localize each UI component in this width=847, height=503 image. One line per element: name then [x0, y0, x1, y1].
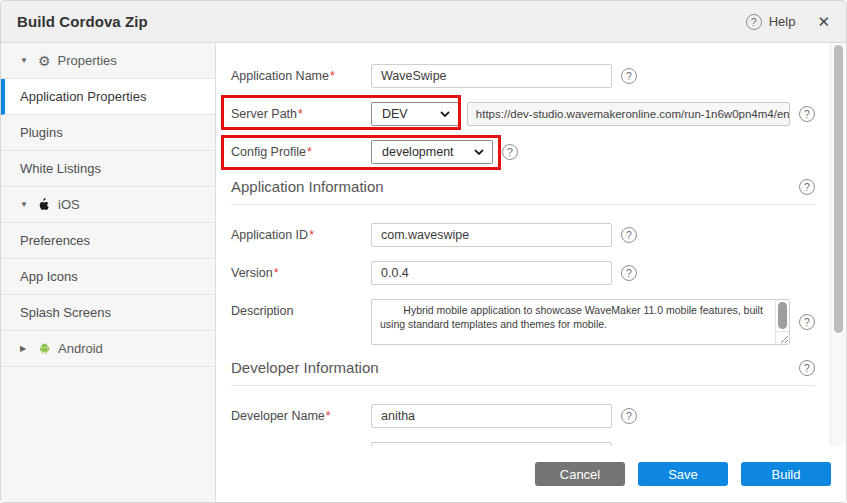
header-actions: ? Help ✕ [746, 14, 830, 30]
dialog-footer: Cancel Save Build [216, 446, 846, 502]
save-button[interactable]: Save [638, 462, 728, 486]
sidebar-group-label: Android [58, 341, 103, 356]
textarea-scrollbar[interactable] [775, 300, 789, 331]
config-profile-label: Config Profile* [231, 145, 371, 159]
description-text: Hybrid mobile application to showcase Wa… [380, 303, 771, 331]
sidebar-item-label: Splash Screens [20, 305, 111, 320]
application-id-label: Application ID* [231, 228, 371, 242]
sidebar-group-label: iOS [58, 197, 80, 212]
gear-icon: ⚙ [38, 54, 51, 68]
help-icon[interactable]: ? [621, 68, 637, 84]
application-name-label: Application Name* [231, 69, 371, 83]
chevron-down-icon [474, 149, 484, 155]
build-button[interactable]: Build [741, 462, 831, 486]
config-profile-select[interactable]: development [371, 140, 493, 164]
description-label: Description [231, 299, 371, 318]
developer-name-label: Developer Name* [231, 409, 371, 423]
form-scroll-area: Application Name* WaveSwipe ? Server Pat… [216, 43, 829, 448]
developer-name-input[interactable]: anitha [371, 404, 612, 428]
apple-icon [38, 198, 51, 211]
cancel-button[interactable]: Cancel [535, 462, 625, 486]
section-title: Developer Information [231, 359, 379, 376]
dialog-header: Build Cordova Zip ? Help ✕ [1, 1, 846, 43]
help-icon[interactable]: ? [502, 144, 518, 160]
sidebar-item-plugins[interactable]: Plugins [1, 115, 215, 151]
server-path-selected-value: DEV [382, 107, 408, 121]
chevron-right-icon: ▶ [20, 344, 30, 353]
sidebar-item-app-icons[interactable]: App Icons [1, 259, 215, 295]
help-icon[interactable]: ? [799, 314, 815, 330]
help-icon[interactable]: ? [621, 227, 637, 243]
sidebar-item-label: Application Properties [20, 89, 146, 104]
chevron-down-icon: ▼ [20, 200, 30, 209]
chevron-down-icon: ▼ [20, 56, 30, 65]
section-developer-information: Developer Information ? [231, 359, 815, 386]
main-panel: Application Name* WaveSwipe ? Server Pat… [216, 43, 846, 502]
resize-handle-icon[interactable] [775, 331, 789, 344]
scrollbar-thumb[interactable] [834, 45, 843, 333]
field-row-server-path: Server Path* DEV https://dev-studio.wave… [231, 102, 815, 126]
server-path-url: https://dev-studio.wavemakeronline.com/r… [467, 102, 790, 126]
help-icon[interactable]: ? [799, 179, 815, 195]
sidebar: ▼ ⚙ Properties Application Properties Pl… [1, 43, 216, 502]
section-title: Application Information [231, 178, 384, 195]
vertical-scrollbar[interactable] [830, 43, 845, 448]
help-icon[interactable]: ? [799, 106, 815, 122]
section-application-information: Application Information ? [231, 178, 815, 205]
android-icon [38, 342, 51, 355]
sidebar-item-white-listings[interactable]: White Listings [1, 151, 215, 187]
description-textarea[interactable]: Hybrid mobile application to showcase Wa… [371, 299, 790, 345]
help-icon[interactable]: ? [746, 14, 762, 30]
help-icon[interactable]: ? [621, 408, 637, 424]
sidebar-item-label: Preferences [20, 233, 90, 248]
field-row-config-profile: Config Profile* development ? [231, 140, 815, 164]
sidebar-group-android[interactable]: ▶ Android [1, 331, 215, 367]
chevron-down-icon [440, 111, 450, 117]
field-row-application-name: Application Name* WaveSwipe ? [231, 64, 815, 88]
sidebar-item-application-properties[interactable]: Application Properties [1, 79, 215, 115]
server-path-label: Server Path* [231, 107, 371, 121]
sidebar-group-properties[interactable]: ▼ ⚙ Properties [1, 43, 215, 79]
help-link[interactable]: Help [769, 14, 796, 29]
sidebar-item-label: White Listings [20, 161, 101, 176]
sidebar-item-preferences[interactable]: Preferences [1, 223, 215, 259]
dialog-title: Build Cordova Zip [17, 13, 148, 30]
sidebar-item-label: Plugins [20, 125, 63, 140]
application-name-input[interactable]: WaveSwipe [371, 64, 612, 88]
sidebar-group-ios[interactable]: ▼ iOS [1, 187, 215, 223]
config-profile-selected-value: development [382, 145, 454, 159]
field-row-application-id: Application ID* com.waveswipe ? [231, 223, 815, 247]
sidebar-item-label: App Icons [20, 269, 78, 284]
build-cordova-zip-dialog: Build Cordova Zip ? Help ✕ ▼ ⚙ Propertie… [0, 0, 847, 503]
version-input[interactable]: 0.0.4 [371, 261, 612, 285]
help-icon[interactable]: ? [621, 265, 637, 281]
application-id-input[interactable]: com.waveswipe [371, 223, 612, 247]
help-icon[interactable]: ? [799, 360, 815, 376]
textarea-scrollbar-thumb[interactable] [778, 302, 787, 329]
version-label: Version* [231, 266, 371, 280]
sidebar-item-splash-screens[interactable]: Splash Screens [1, 295, 215, 331]
field-row-version: Version* 0.0.4 ? [231, 261, 815, 285]
server-path-select[interactable]: DEV [371, 102, 459, 126]
field-row-description: Description Hybrid mobile application to… [231, 299, 815, 345]
close-icon[interactable]: ✕ [817, 14, 830, 29]
field-row-developer-name: Developer Name* anitha ? [231, 404, 815, 428]
sidebar-group-label: Properties [58, 53, 117, 68]
